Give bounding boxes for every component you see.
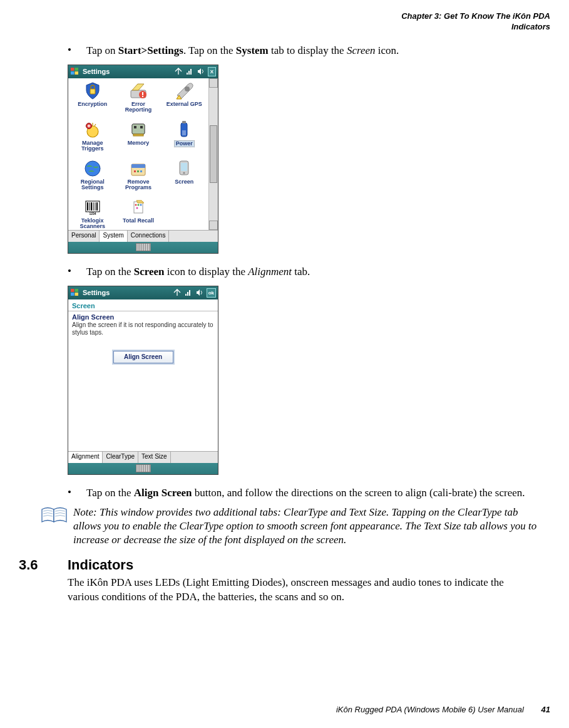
error-reporting-icon (129, 81, 148, 100)
screen-icon (175, 159, 193, 178)
svg-rect-4 (187, 73, 188, 75)
svg-rect-19 (133, 134, 143, 136)
section-line: Indicators (19, 22, 550, 33)
page-number: 41 (541, 705, 550, 714)
align-screen-button: Align Screen (113, 351, 173, 363)
remove-programs-item: Remove Programs (115, 159, 161, 198)
svg-rect-51 (189, 290, 190, 296)
svg-rect-49 (185, 294, 187, 296)
section-heading: 3.6 Indicators (19, 557, 550, 573)
regional-settings-item: Regional Settings (69, 159, 115, 198)
ok-button: ok (207, 288, 216, 298)
system-icon-grid: Encryption Error Reporting External GPS … (68, 78, 208, 230)
svg-rect-5 (188, 71, 190, 75)
svg-rect-0 (71, 68, 74, 71)
svg-rect-47 (71, 293, 74, 296)
label: Power (174, 140, 195, 147)
label: Error Reporting (125, 101, 152, 113)
chapter-line: Chapter 3: Get To Know The iKôn PDA (19, 11, 550, 22)
tab-text-size: Text Size (138, 452, 171, 463)
bullet-2: • Tap on the Screen icon to display the … (68, 265, 538, 279)
svg-rect-27 (137, 170, 139, 172)
svg-rect-22 (182, 130, 186, 135)
label: Screen (175, 179, 193, 185)
svg-rect-45 (71, 289, 74, 292)
section-number: 3.6 (19, 557, 68, 573)
svg-rect-50 (187, 292, 188, 296)
pda-title-text: Settings (83, 68, 110, 75)
label: Total Recall (123, 218, 154, 224)
svg-rect-25 (131, 164, 145, 168)
signal-icon (185, 67, 194, 76)
total-recall-icon (129, 198, 148, 217)
svg-point-42 (137, 204, 139, 205)
section-body: The iKôn PDA uses LEDs (Light Emitting D… (68, 576, 538, 605)
svg-rect-46 (75, 289, 79, 292)
total-recall-item: Total Recall (115, 198, 161, 237)
svg-text:1234: 1234 (89, 212, 96, 216)
screen-alignment-screenshot: Settings ok Screen Align Screen Align th… (68, 286, 550, 475)
regional-settings-icon (83, 159, 102, 178)
teklogix-scanners-item: 1234 Teklogix Scanners (69, 198, 115, 237)
svg-rect-10 (142, 92, 143, 95)
label: External GPS (167, 101, 202, 107)
screen-item: Screen (161, 159, 207, 198)
section-title: Indicators (68, 557, 133, 573)
svg-rect-1 (75, 68, 79, 71)
remove-programs-icon (129, 159, 148, 178)
barcode-icon: 1234 (83, 198, 102, 217)
encryption-item: Encryption (69, 81, 115, 120)
power-item: Power (161, 120, 207, 159)
svg-rect-7 (90, 89, 95, 94)
label: Memory (128, 140, 150, 146)
tab-cleartype: ClearType (103, 452, 138, 463)
settings-system-screenshot: Settings X Encryption Error Reporting (68, 65, 550, 254)
note-block: Note: This window provides two additiona… (41, 506, 538, 547)
encryption-icon (83, 81, 102, 100)
connectivity-icon (173, 288, 182, 297)
book-icon (41, 506, 73, 547)
external-gps-icon (175, 81, 193, 100)
svg-rect-11 (142, 96, 143, 97)
start-icon (70, 66, 80, 76)
sip-bar (68, 242, 218, 253)
memory-item: Memory (115, 120, 161, 159)
svg-rect-3 (75, 71, 79, 75)
svg-rect-40 (134, 202, 143, 213)
label: Remove Programs (125, 179, 151, 191)
volume-icon (197, 67, 205, 76)
page-header: Chapter 3: Get To Know The iKôn PDA Indi… (19, 11, 550, 33)
label: Manage Triggers (81, 140, 104, 152)
manage-triggers-icon (83, 120, 102, 139)
svg-rect-26 (134, 170, 136, 172)
close-button: X (208, 67, 216, 76)
bullet-3: • Tap on the Align Screen button, and fo… (68, 486, 538, 501)
svg-point-23 (85, 161, 100, 176)
svg-rect-2 (71, 71, 74, 75)
svg-rect-17 (134, 126, 136, 128)
power-icon (175, 120, 193, 139)
sip-bar (68, 463, 218, 474)
error-reporting-item: Error Reporting (115, 81, 161, 120)
align-screen-heading: Align Screen (68, 311, 218, 321)
scroll-down-icon (209, 221, 218, 230)
svg-rect-6 (190, 69, 192, 75)
connectivity-icon (174, 67, 183, 76)
footer-text: iKôn Rugged PDA (Windows Mobile 6) User … (336, 705, 524, 714)
signal-icon (184, 288, 193, 297)
bullet-1: • Tap on Start>Settings. Tap on the Syst… (68, 44, 538, 58)
scroll-up-icon (209, 78, 218, 88)
svg-point-43 (140, 204, 141, 205)
svg-point-44 (136, 207, 138, 209)
pda-titlebar: Settings ok (68, 286, 218, 299)
label: Encryption (78, 101, 107, 107)
pda-title-text: Settings (83, 289, 110, 296)
svg-rect-30 (181, 163, 187, 171)
keyboard-icon (136, 243, 151, 251)
memory-icon (129, 120, 148, 139)
svg-point-41 (135, 204, 136, 205)
screen-heading: Screen (68, 299, 218, 311)
pda-titlebar: Settings X (68, 65, 218, 78)
start-icon (70, 288, 80, 298)
note-text: Note: This window provides two additiona… (73, 506, 538, 547)
